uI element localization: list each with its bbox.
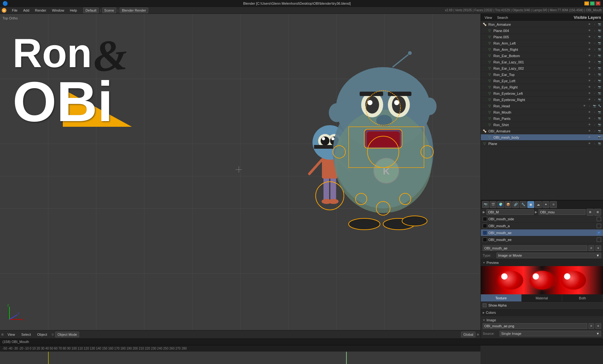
r-icon18[interactable]: 📷 (597, 129, 602, 133)
menu-window[interactable]: Window (49, 8, 67, 13)
props-extra-btn1[interactable]: ⊕ (587, 209, 594, 216)
s-icon18[interactable]: ↓ (592, 129, 597, 133)
v-icon8[interactable]: 👁 (587, 66, 592, 71)
render-icon[interactable]: 📷 (597, 22, 602, 27)
outliner-item-ron-arm-left[interactable]: ▽ Ron_Arm_Left 👁 ↓ 📷 (481, 40, 603, 46)
tab-texture[interactable]: Texture (481, 294, 522, 302)
tab-both[interactable]: Both (562, 294, 603, 302)
r-icon11[interactable]: 📷 (597, 85, 602, 89)
modifier-props-btn[interactable]: 🔧 (520, 201, 527, 208)
v-icon6[interactable]: 👁 (587, 54, 592, 58)
s-icon9[interactable]: ↓ (592, 72, 597, 77)
s-icon16[interactable]: ↓ (592, 116, 597, 121)
material-obi-mouth-ee[interactable]: OBI_mouth_ee (481, 236, 603, 243)
outliner-item-ron-shirt[interactable]: ▽ Ron_Shirt 👁 ↓ 📷 (481, 122, 603, 128)
image-f-btn[interactable]: F (589, 323, 594, 329)
r-icon15[interactable]: 📷 (597, 110, 602, 115)
outliner-view-btn[interactable]: View (483, 15, 494, 20)
outliner-item-ron-arm-right[interactable]: ▽ Ron_Arm_Right 👁 ↓ 📷 (481, 46, 603, 53)
object-props-btn[interactable]: 📦 (505, 201, 512, 208)
outliner-item-obi-armature[interactable]: 🦴 OBI_Armature 👁 ↓ 📷 (481, 128, 603, 134)
r-icon19[interactable]: 📷 (597, 135, 602, 140)
render-icon3[interactable]: 📷 (597, 35, 602, 39)
object-menu[interactable]: Object (35, 332, 50, 337)
v-icon16[interactable]: 👁 (587, 116, 592, 121)
s-icon17[interactable]: ↓ (592, 123, 597, 127)
r-icon16[interactable]: 📷 (597, 116, 602, 121)
scene-dropdown[interactable]: Scene (102, 8, 116, 13)
r-icon14[interactable]: 📷 (592, 104, 597, 108)
preview-section-header[interactable]: ▼ Preview (481, 259, 603, 266)
s-icon12[interactable]: ↓ (592, 91, 597, 96)
mat-check4[interactable] (597, 238, 601, 242)
show-alpha-checkbox[interactable] (483, 303, 486, 307)
material-obi-mouth-side[interactable]: OBI_mouth_side (481, 216, 603, 222)
v-icon18[interactable]: 👁 (587, 129, 592, 133)
source-dropdown[interactable]: Single Image ▼ (500, 331, 601, 336)
v-icon19[interactable]: 👁 (587, 135, 592, 140)
outliner-item-ron-ear-lazy002[interactable]: ▽ Ron_Ear_Lazy_002 👁 ↓ 📷 (481, 65, 603, 72)
mat-check3[interactable]: ✓ (597, 231, 601, 235)
mat-check2[interactable] (597, 224, 601, 228)
outliner-item-ron-eyebrow-right[interactable]: ▽ Ron_Eyebrow_Right 👁 ↓ 📷 (481, 97, 603, 103)
outliner-item-ron-pants[interactable]: ▽ Ron_Pants 👁 ↓ 📷 (481, 115, 603, 122)
type-dropdown[interactable]: Image or Movie ▼ (497, 253, 601, 258)
object-data-field2[interactable]: OBI_mou (539, 209, 586, 215)
r-icon10[interactable]: 📷 (597, 79, 602, 83)
particle-props-btn[interactable]: ✦ (542, 201, 549, 208)
v-icon7[interactable]: 👁 (587, 60, 592, 64)
select-icon[interactable]: ↓ (592, 22, 597, 27)
material-obi-mouth-ae[interactable]: OBI_mouth_ae ✓ (481, 229, 603, 236)
render-icon2[interactable]: 📷 (597, 29, 602, 33)
v-icon17[interactable]: 👁 (587, 123, 592, 127)
menu-file[interactable]: File (9, 8, 20, 13)
r-icon5[interactable]: 📷 (597, 47, 602, 52)
v-icon13[interactable]: 👁 (587, 98, 592, 102)
maximize-button[interactable]: □ (590, 1, 595, 6)
visibility-icon3[interactable]: 👁 (587, 35, 592, 39)
mat-check1[interactable] (597, 217, 601, 221)
r-icon20[interactable]: 📷 (597, 142, 602, 146)
r-icon9[interactable]: 📷 (597, 72, 602, 77)
select-menu[interactable]: Select (19, 332, 34, 337)
v-icon5[interactable]: 👁 (587, 47, 592, 52)
outliner-item-plane005[interactable]: ▽ Plane.005 👁 ↓ 📷 (481, 34, 603, 40)
constraint-props-btn[interactable]: 🔗 (512, 201, 519, 208)
material-props-btn[interactable]: ◼ (527, 201, 534, 208)
layout-dropdown[interactable]: Default (83, 8, 99, 13)
r-icon7[interactable]: 📷 (597, 60, 602, 64)
r-icon13[interactable]: 📷 (597, 98, 602, 102)
image-name-input[interactable] (483, 323, 587, 329)
outliner-item-ron-eye-right[interactable]: ▽ Ron_Eye_Right 👁 ↓ 📷 (481, 84, 603, 90)
world-props-btn[interactable]: 🌍 (497, 201, 504, 208)
s-icon19[interactable]: ↓ (592, 135, 597, 140)
pivot-dropdown[interactable]: Global (461, 332, 475, 337)
visibility-icon[interactable]: 👁 (587, 22, 592, 27)
colors-section[interactable]: ▶ Colors (481, 309, 603, 316)
s-icon10[interactable]: ↓ (592, 79, 597, 83)
v-icon11[interactable]: 👁 (587, 85, 592, 89)
visibility-icon2[interactable]: 👁 (587, 29, 592, 33)
s-icon7[interactable]: ↓ (592, 60, 597, 64)
s-icon8[interactable]: ↓ (592, 66, 597, 71)
v-icon15[interactable]: 👁 (587, 110, 592, 115)
s-icon5[interactable]: ↓ (592, 47, 597, 52)
outliner-item-ron-mouth[interactable]: ▽ Ron_Mouth 👁 ↓ 📷 (481, 109, 603, 115)
r-icon12[interactable]: 📷 (597, 91, 602, 96)
v-icon12[interactable]: 👁 (587, 91, 592, 96)
texture-x-btn[interactable]: ✕ (595, 245, 601, 251)
mode-dropdown[interactable]: Object Mode (55, 332, 79, 337)
s-icon4[interactable]: ↓ (592, 41, 597, 46)
v-icon9[interactable]: 👁 (587, 72, 592, 77)
object-data-field1[interactable]: OBI_M (486, 209, 534, 215)
tab-material[interactable]: Material (522, 294, 562, 302)
s-icon15[interactable]: ↓ (592, 110, 597, 115)
texture-f-btn[interactable]: F (589, 245, 594, 251)
texture-props-btn[interactable]: ☁ (535, 201, 542, 208)
physics-props-btn[interactable]: ⚛ (550, 201, 557, 208)
outliner-search-btn[interactable]: Search (495, 15, 510, 20)
s-icon6[interactable]: ↓ (592, 54, 597, 58)
outliner-item-obi-mesh-body[interactable]: ▽ OBI_mesh_body 👁 ↓ 📷 (481, 134, 603, 141)
s-icon11[interactable]: ↓ (592, 85, 597, 89)
outliner-item-plane004[interactable]: ▽ Plane.004 👁 ↓ 📷 (481, 28, 603, 34)
